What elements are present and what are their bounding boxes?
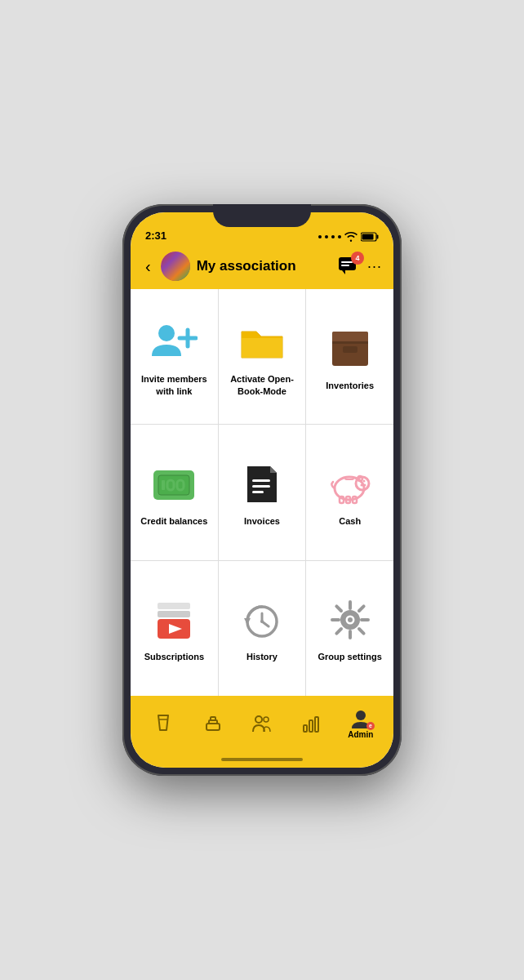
home-indicator (131, 751, 393, 768)
svg-rect-13 (343, 346, 357, 353)
invoice-icon (238, 460, 286, 509)
svg-point-55 (255, 716, 262, 723)
chart-icon (301, 714, 321, 733)
svg-rect-28 (340, 497, 344, 503)
svg-rect-5 (341, 261, 353, 263)
nav-stats[interactable] (286, 714, 335, 733)
wifi-icon (344, 232, 357, 242)
back-button[interactable]: ‹ (142, 256, 154, 278)
home-bar (221, 758, 303, 761)
food-icon (203, 714, 223, 733)
svg-rect-54 (211, 717, 215, 720)
svg-line-47 (359, 607, 364, 612)
svg-rect-19 (252, 479, 270, 482)
credit-balances-item[interactable]: Credit balances (131, 425, 218, 559)
svg-rect-59 (315, 717, 318, 732)
piggy-icon (326, 460, 375, 509)
cash-label: Cash (339, 515, 361, 527)
inventories-label: Inventories (326, 380, 374, 391)
svg-line-46 (359, 629, 364, 634)
svg-rect-12 (332, 341, 368, 344)
phone-screen: 2:31 ‹ (131, 212, 393, 768)
invoices-label: Invoices (244, 515, 280, 527)
header-actions: 4 ··· (338, 256, 382, 276)
svg-marker-4 (342, 270, 345, 274)
svg-point-7 (158, 325, 175, 341)
svg-rect-57 (304, 725, 307, 732)
subscriptions-item[interactable]: Subscriptions (131, 561, 218, 696)
folder-icon (238, 318, 286, 367)
svg-point-25 (363, 483, 366, 486)
notification-badge: 4 (351, 252, 364, 265)
nav-admin[interactable]: e Admin (336, 709, 385, 739)
activate-open-book-label: Activate Open-Book-Mode (224, 373, 301, 397)
bottom-navigation: e Admin (131, 696, 393, 751)
svg-rect-6 (341, 265, 349, 266)
notch (213, 204, 311, 227)
nav-drinks[interactable] (139, 714, 188, 733)
svg-rect-20 (252, 485, 270, 488)
credit-icon (149, 460, 198, 509)
nav-food[interactable] (188, 714, 237, 733)
svg-line-45 (336, 607, 341, 612)
nav-members[interactable] (238, 714, 286, 733)
subscription-icon (149, 595, 198, 644)
cash-item[interactable]: Cash (306, 425, 393, 559)
status-time: 2:31 (145, 229, 167, 242)
page-title: My association (197, 258, 331, 274)
header: ‹ My association 4 ··· (131, 245, 393, 289)
battery-icon (361, 232, 379, 242)
credit-balances-label: Credit balances (140, 515, 207, 527)
inventories-item[interactable]: Inventories (306, 289, 393, 424)
admin-nav-label: Admin (348, 730, 373, 739)
members-icon (251, 714, 273, 733)
activate-open-book-item[interactable]: Activate Open-Book-Mode (219, 289, 306, 424)
svg-rect-11 (332, 332, 368, 343)
phone-frame: 2:31 ‹ (122, 204, 402, 776)
svg-rect-52 (206, 724, 220, 730)
box-icon (326, 324, 375, 373)
svg-rect-58 (309, 720, 313, 732)
svg-point-50 (348, 617, 353, 622)
signal-dot1 (318, 235, 322, 238)
svg-rect-16 (162, 480, 165, 490)
group-settings-label: Group settings (318, 651, 382, 662)
svg-rect-32 (158, 603, 190, 609)
svg-line-48 (336, 629, 341, 634)
signal-dot3 (331, 235, 335, 238)
more-button[interactable]: ··· (367, 258, 382, 275)
svg-marker-37 (244, 618, 251, 625)
invite-icon (149, 318, 198, 367)
invite-members-item[interactable]: Invite members with link (131, 289, 218, 424)
svg-rect-2 (362, 234, 374, 240)
svg-point-56 (264, 717, 269, 722)
cup-icon (153, 714, 173, 733)
svg-rect-1 (377, 235, 379, 239)
svg-point-27 (362, 479, 365, 482)
svg-point-60 (356, 710, 366, 720)
history-item[interactable]: History (219, 561, 306, 696)
menu-grid: Invite members with link Activate Open-B… (131, 289, 393, 696)
group-settings-item[interactable]: Group settings (306, 561, 393, 696)
invoices-item[interactable]: Invoices (219, 425, 306, 559)
settings-icon (326, 595, 375, 644)
signal-dot2 (325, 235, 328, 238)
chat-button[interactable]: 4 (338, 256, 359, 276)
history-icon (238, 595, 286, 644)
invite-members-label: Invite members with link (135, 373, 213, 397)
signal-dot4 (338, 235, 341, 238)
history-label: History (246, 651, 278, 662)
svg-point-26 (360, 483, 362, 486)
svg-point-40 (260, 620, 264, 623)
svg-rect-21 (252, 491, 264, 493)
subscriptions-label: Subscriptions (144, 651, 204, 662)
svg-rect-33 (158, 611, 190, 617)
status-icons (318, 232, 379, 242)
avatar (161, 252, 190, 281)
